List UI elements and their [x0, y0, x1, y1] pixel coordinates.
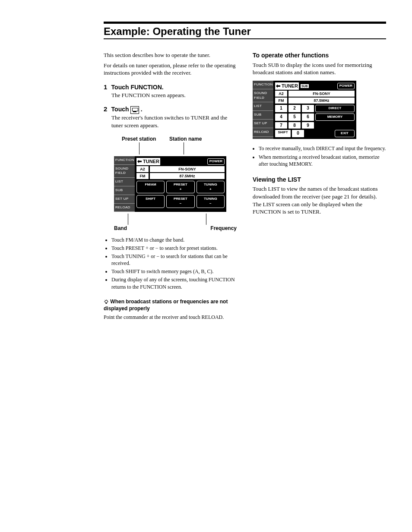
power-button: POWER — [337, 83, 355, 89]
step-2-heading-b: . — [141, 106, 143, 113]
side-list: LIST — [253, 102, 273, 111]
side-function: FUNCTION — [114, 156, 135, 165]
button-row-1: FM/AM PRESET + TUNING + — [136, 181, 225, 194]
tip-heading-text: When broadcast stations or frequencies a… — [104, 299, 228, 312]
bullet-item: Touch FM/AM to change the band. — [111, 236, 237, 243]
spacer — [305, 130, 333, 137]
side-reload: RELOAD — [114, 204, 135, 212]
side-reload: RELOAD — [253, 128, 273, 137]
leader-line-icon — [184, 142, 184, 154]
preset-plus-button: PRESET + — [166, 181, 194, 194]
tuner-icon — [130, 106, 139, 114]
svg-line-5 — [108, 300, 108, 300]
viewing-list-body: Touch LIST to view the names of the broa… — [253, 185, 386, 215]
tuner-screen-figure: FUNCTION SOUND FIELD LIST SUB SET UP REL… — [114, 156, 226, 212]
keypad-3: 3 — [302, 105, 314, 112]
side-sub: SUB — [253, 111, 273, 120]
side-sound-field: SOUND FIELD — [114, 165, 135, 178]
leader-line-icon — [206, 214, 206, 225]
figure1-bottom-labels: Band Frequency — [114, 225, 237, 232]
right-column: To operate other functions Touch SUB to … — [253, 51, 386, 321]
step-1-number: 1 — [104, 83, 107, 91]
button-row-2: SHIFT PRESET − TUNING − — [136, 195, 225, 208]
memory-button: MEMORY — [315, 113, 355, 121]
tuning-plus-button: TUNING + — [196, 181, 225, 194]
keypad-row-2: 4 5 6 MEMORY — [275, 113, 355, 121]
side-sound-field: SOUND FIELD — [253, 89, 273, 103]
leader-line-icon — [128, 214, 128, 225]
bullet-item: Touch SHIFT to switch memory pages (A, B… — [111, 268, 237, 275]
tip-heading: When broadcast stations or frequencies a… — [104, 298, 237, 312]
sub-badge: SUB — [301, 84, 309, 88]
intro-line-2: For details on tuner operation, please r… — [104, 62, 237, 77]
figure1-bottom-lines — [104, 214, 237, 225]
page-title: Example: Operating the Tuner — [104, 25, 386, 38]
shift-key: SHIFT — [275, 130, 291, 137]
label-preset-station: Preset station — [122, 135, 169, 142]
keypad-0: 0 — [292, 130, 304, 137]
intro-line-1: This section describes how to operate th… — [104, 51, 237, 59]
keypad-1: 1 — [275, 105, 287, 112]
screen-body: TUNER POWER A2 FN-SONY FM 87.5MHz FM/AM — [135, 156, 226, 212]
side-setup: SET UP — [253, 120, 273, 128]
display-row-freq: FM 87.5MHz — [275, 98, 355, 104]
sub-bullets: To receive manually, touch DIRECT and in… — [253, 145, 386, 168]
step-2-heading-a: Touch — [111, 106, 131, 113]
keypad-9: 9 — [302, 122, 314, 129]
side-function: FUNCTION — [253, 81, 273, 89]
figure1-top-lines — [104, 142, 237, 154]
lightbulb-icon — [104, 299, 109, 305]
other-functions-body: Touch SUB to display the icons used for … — [253, 61, 386, 76]
svg-point-0 — [105, 300, 108, 303]
keypad-row-1: 1 2 3 DIRECT — [275, 105, 355, 112]
keypad-6: 6 — [302, 113, 314, 121]
step-2-body: The receiver's function switches to TUNE… — [111, 114, 237, 129]
shift-button: SHIFT — [136, 195, 165, 208]
bullet-item: During display of any of the screens, to… — [111, 276, 237, 290]
subhead-viewing-list: Viewing the LIST — [253, 176, 386, 184]
exit-button: EXIT — [335, 130, 355, 137]
side-menu: FUNCTION SOUND FIELD LIST SUB SET UP REL… — [253, 81, 273, 139]
step-1-body: The FUNCTION screen appears. — [111, 91, 237, 99]
preset-cell: A2 — [275, 91, 288, 97]
step-2: 2 Touch . The receiver's function switch… — [104, 105, 237, 129]
fm-am-button: FM/AM — [136, 181, 165, 194]
station-name-cell: FN-SONY — [288, 91, 355, 97]
step-1-heading: Touch FUNCTION. — [111, 84, 164, 91]
svg-rect-6 — [106, 303, 107, 304]
side-sub: SUB — [114, 186, 135, 195]
leader-line-icon — [139, 142, 139, 154]
page: Example: Operating the Tuner This sectio… — [0, 0, 412, 338]
band-cell: FM — [136, 173, 150, 179]
keypad-5: 5 — [288, 113, 301, 121]
display-row-preset: A2 FN-SONY — [136, 166, 225, 172]
tuning-minus-button: TUNING − — [196, 195, 225, 208]
side-setup: SET UP — [114, 195, 135, 204]
tuner-indicator: TUNER — [136, 158, 160, 165]
tuner-indicator: TUNER — [275, 82, 299, 90]
spacer — [315, 122, 355, 129]
columns: This section describes how to operate th… — [104, 51, 386, 321]
keypad-2: 2 — [288, 105, 301, 112]
keypad-7: 7 — [275, 122, 287, 129]
step-1: 1 Touch FUNCTION. The FUNCTION screen ap… — [104, 83, 237, 99]
power-button: POWER — [207, 158, 225, 165]
keypad-4: 4 — [275, 113, 287, 121]
bullet-item: When memorizing a received broadcast sta… — [259, 154, 386, 167]
label-station-name: Station name — [169, 135, 202, 142]
screen-body: TUNER SUB POWER A2 FN-SONY FM 87.5MHz — [273, 81, 356, 139]
tip-body: Point the commander at the receiver and … — [104, 314, 237, 321]
svg-line-4 — [105, 300, 105, 300]
display-row-preset: A2 FN-SONY — [275, 91, 355, 97]
instruction-bullets: Touch FM/AM to change the band. Touch PR… — [106, 236, 237, 290]
label-band: Band — [114, 225, 127, 232]
bullet-item: Touch PRESET + or − to search for preset… — [111, 245, 237, 252]
top-rule — [104, 22, 386, 24]
bullet-item: Touch TUNING + or − to search for statio… — [111, 253, 237, 267]
preset-cell: A2 — [136, 166, 150, 172]
display-row-freq: FM 87.5MHz — [136, 173, 225, 179]
preset-minus-button: PRESET − — [166, 195, 194, 208]
title-rule — [104, 38, 386, 39]
station-name-cell: FN-SONY — [150, 166, 225, 172]
side-list: LIST — [114, 178, 135, 186]
